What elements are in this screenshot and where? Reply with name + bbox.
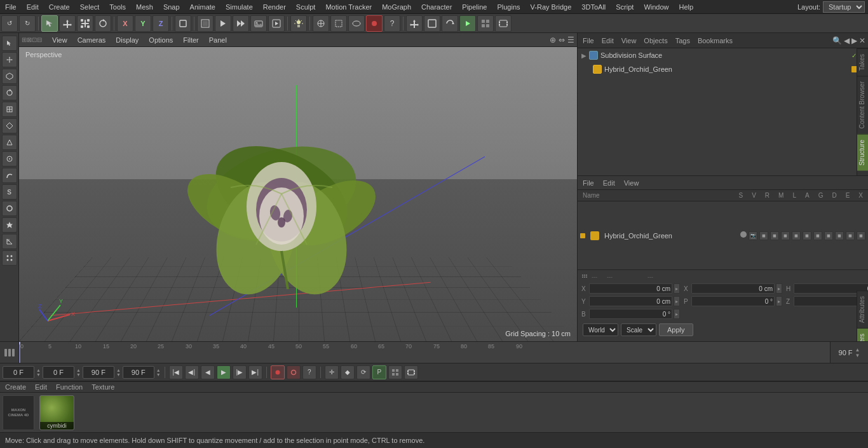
left-tool-path[interactable] (2, 168, 17, 183)
objects-objects-menu[interactable]: Objects (641, 36, 670, 46)
menu-select[interactable]: Select (75, 2, 105, 12)
mat-function[interactable]: Function (53, 382, 85, 392)
z-axis-button[interactable]: Z (153, 15, 169, 32)
objects-file-menu[interactable]: File (580, 36, 597, 46)
coord-b-arrow[interactable]: ▸ (674, 309, 680, 319)
tree-item-subdivision[interactable]: ▶ Subdivision Surface ✓ • (578, 48, 868, 62)
question-button[interactable]: ? (384, 15, 400, 32)
left-tool-move[interactable] (2, 52, 17, 67)
coord-p-arrow[interactable]: ▸ (776, 296, 782, 306)
goto-end-button[interactable]: ▶| (248, 365, 262, 379)
mat-create[interactable]: Create (3, 382, 29, 392)
apply-button[interactable]: Apply (659, 323, 693, 336)
vtab-takes[interactable]: Takes (857, 48, 868, 76)
render-view-button[interactable] (215, 15, 231, 32)
attr-dot-s[interactable] (740, 231, 747, 238)
start-up[interactable]: ▲ (76, 368, 81, 372)
undo-button[interactable]: ↺ (1, 15, 18, 32)
move-snap-button[interactable] (313, 15, 329, 32)
left-tool-polygon[interactable] (2, 69, 17, 84)
y-axis-button[interactable]: Y (135, 15, 151, 32)
coord-y2-arrow[interactable]: ▸ (674, 296, 680, 306)
viewport-menu-cameras[interactable]: Cameras (75, 35, 109, 45)
frame-up-arrow[interactable]: ▲ (36, 368, 41, 372)
left-tool-triangle[interactable] (2, 135, 17, 150)
coord-x2-arrow[interactable]: ▸ (776, 283, 782, 294)
end-down[interactable]: ▼ (116, 372, 121, 377)
timeline-frame-counter[interactable]: 90 F ▲ ▼ (830, 342, 868, 363)
move3-button[interactable]: ✛ (325, 365, 339, 379)
world-dropdown[interactable]: World (583, 323, 618, 336)
play-button[interactable]: ▶ (217, 365, 231, 379)
end-frame-input[interactable] (83, 366, 114, 379)
viewport-icon-expand[interactable]: ⊕ (550, 36, 556, 44)
viewport-menu-display[interactable]: Display (113, 35, 141, 45)
autokey-button[interactable] (287, 365, 301, 379)
viewport[interactable]: ⊞⊠⊡⊟ View Cameras Display Options Filter… (19, 33, 577, 341)
menu-script[interactable]: Script (611, 2, 639, 12)
layout-selector[interactable]: Layout: Startup (797, 1, 868, 13)
menu-3dtoall[interactable]: 3DToAll (576, 2, 611, 12)
rotate-tool-button[interactable] (95, 15, 111, 32)
record-button[interactable] (366, 15, 383, 32)
attr-icon-camera[interactable]: 📷 (749, 231, 757, 240)
mat-edit[interactable]: Edit (32, 382, 50, 392)
end2-down[interactable]: ▼ (156, 372, 161, 377)
frame-button[interactable] (424, 15, 440, 32)
attr-icon-v8[interactable]: ◼ (835, 231, 844, 240)
coord-x-arrow[interactable]: ▸ (674, 283, 680, 294)
left-tool-grid2[interactable] (2, 250, 17, 266)
attributes-row[interactable]: Hybrid_Orchid_Green 📷 ◼ ◼ ◼ ◼ ◼ ◼ (580, 231, 865, 240)
viewport-menu-panel[interactable]: Panel (207, 35, 229, 45)
start-frame-input[interactable] (43, 366, 74, 379)
render-all-button[interactable] (233, 15, 249, 32)
play-reverse-button[interactable]: ◀ (201, 365, 215, 379)
move2-button[interactable] (406, 15, 423, 32)
left-tool-s[interactable]: S (2, 184, 17, 200)
select-tool-button[interactable] (41, 15, 58, 32)
move-tool-button[interactable] (59, 15, 76, 32)
timeline-down-arrow[interactable]: ▼ (855, 353, 860, 358)
menu-animate[interactable]: Animate (185, 2, 220, 12)
render-region-button[interactable] (197, 15, 214, 32)
motion-record-button[interactable]: P (372, 365, 386, 379)
attr-edit[interactable]: Edit (600, 178, 618, 188)
record-key-button[interactable] (271, 365, 285, 379)
layout-dropdown[interactable]: Startup (823, 1, 865, 13)
play2-button[interactable] (459, 15, 476, 32)
step-back-button[interactable]: ◀| (185, 365, 199, 379)
timeline-arrows[interactable]: ▲ ▼ (855, 347, 860, 358)
menu-window[interactable]: Window (639, 2, 674, 12)
left-tool-circle2[interactable] (2, 201, 17, 216)
left-tool-diamond[interactable] (2, 118, 17, 133)
box-select-button[interactable] (330, 15, 347, 32)
loop2-button[interactable]: ⟳ (356, 365, 370, 379)
attr-icon-v7[interactable]: ◼ (824, 231, 833, 240)
end2-up[interactable]: ▲ (156, 368, 161, 372)
menu-mograph[interactable]: MoGraph (377, 2, 416, 12)
viewport-icon-arrows[interactable]: ⇔ (559, 36, 565, 44)
vtab-attributes[interactable]: Attributes (857, 290, 868, 328)
current-frame-input[interactable] (3, 366, 34, 379)
tree-item-orchid[interactable]: Hybrid_Orchid_Green • (578, 62, 868, 76)
viewport-icon-menu[interactable]: ☰ (567, 36, 574, 44)
forward-icon[interactable]: ▶ (851, 36, 857, 45)
close-icon[interactable]: ✕ (859, 36, 865, 45)
objects-tags-menu[interactable]: Tags (673, 36, 693, 46)
menu-tools[interactable]: Tools (104, 2, 131, 12)
back-icon[interactable]: ◀ (844, 36, 850, 45)
film-button[interactable] (495, 15, 512, 32)
left-tool-rotate[interactable] (2, 85, 17, 100)
frame-down-arrow[interactable]: ▼ (36, 372, 41, 377)
grid-button[interactable] (477, 15, 494, 32)
timeline-ruler[interactable]: 0 5 10 15 20 25 30 35 40 45 50 55 60 65 (19, 342, 830, 363)
attr-icon-v2[interactable]: ◼ (770, 231, 779, 240)
menu-render[interactable]: Render (258, 2, 291, 12)
menu-simulate[interactable]: Simulate (220, 2, 258, 12)
vtab-layers[interactable]: Layers (857, 328, 868, 341)
end-frame-input2[interactable] (123, 366, 154, 379)
objects-bookmarks-menu[interactable]: Bookmarks (695, 36, 735, 46)
goto-start-button[interactable]: |◀ (169, 365, 183, 379)
viewport-menu-filter[interactable]: Filter (180, 35, 201, 45)
vtab-content-browser[interactable]: Content Browser (857, 76, 868, 133)
